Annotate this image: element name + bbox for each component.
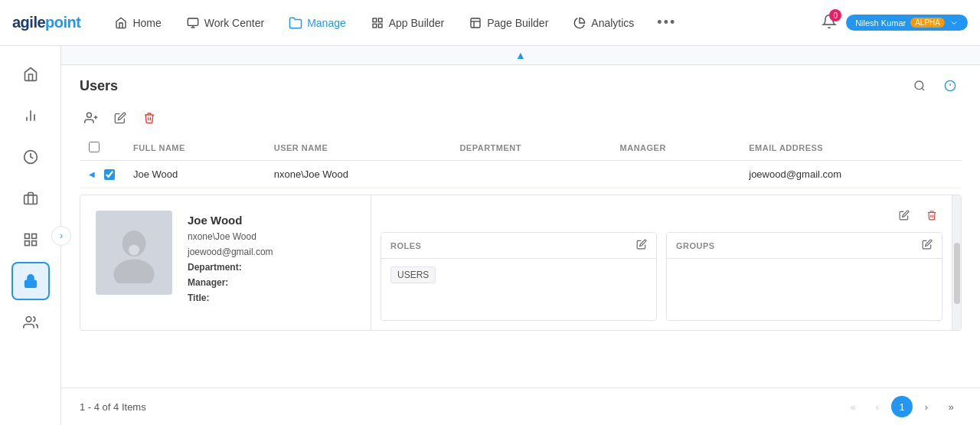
- edit-button[interactable]: [109, 106, 132, 129]
- groups-edit-button[interactable]: [922, 239, 933, 252]
- svg-rect-7: [471, 18, 480, 28]
- users-header: Users: [61, 65, 980, 103]
- users-table: FULL NAME USER NAME DEPARTMENT MANAGER E…: [61, 136, 980, 188]
- apps-icon: [23, 232, 38, 247]
- avatar-image: [107, 222, 161, 283]
- svg-point-30: [113, 259, 154, 283]
- logo-text: agilepoint: [12, 14, 80, 31]
- users-title: Users: [80, 78, 118, 94]
- role-tag: USERS: [390, 266, 436, 283]
- main-content: ▲ Users: [61, 46, 980, 425]
- chevron-up-icon: ▲: [515, 49, 526, 61]
- info-icon: [944, 80, 956, 92]
- detail-user-name: Joe Wood: [188, 214, 273, 227]
- roles-edit-button[interactable]: [636, 239, 647, 252]
- next-page-button[interactable]: ›: [916, 396, 937, 417]
- page-1-button[interactable]: 1: [891, 396, 913, 417]
- detail-delete-button[interactable]: [921, 204, 942, 226]
- roles-label: ROLES: [390, 241, 421, 250]
- scrollbar-thumb: [954, 243, 960, 304]
- nav-manage[interactable]: Manage: [278, 10, 357, 36]
- col-department: DEPARTMENT: [450, 136, 610, 161]
- pagination-bar: 1 - 4 of 4 Items « ‹ 1 › »: [61, 387, 980, 425]
- select-all-checkbox[interactable]: [89, 142, 100, 152]
- svg-point-20: [26, 317, 31, 322]
- page-icon: [469, 16, 482, 30]
- row-checkbox[interactable]: [104, 169, 115, 180]
- sidebar-item-briefcase[interactable]: [11, 179, 50, 217]
- scrollbar-area[interactable]: [952, 195, 961, 330]
- svg-rect-4: [378, 18, 382, 22]
- row-department: [450, 161, 610, 188]
- edit-icon: [899, 210, 910, 221]
- panels-row: ROLES USERS GROUPS: [381, 232, 942, 321]
- sidebar-toggle[interactable]: ›: [51, 226, 71, 246]
- notification-badge: 0: [829, 9, 841, 21]
- groups-edit-icon: [922, 239, 933, 250]
- grid-icon: [371, 16, 384, 30]
- expand-icon[interactable]: ◀: [89, 170, 101, 178]
- prev-page-button[interactable]: ‹: [867, 396, 888, 417]
- svg-rect-5: [373, 24, 377, 28]
- nav-work-center[interactable]: Work Center: [175, 10, 275, 36]
- toolbar: [61, 103, 980, 136]
- svg-point-21: [915, 81, 923, 90]
- bar-chart-icon: [23, 108, 38, 123]
- col-username: USER NAME: [265, 136, 451, 161]
- sidebar-item-clock[interactable]: [11, 138, 50, 176]
- groups-panel-body: [667, 259, 942, 320]
- header-actions: [908, 74, 962, 97]
- svg-rect-0: [188, 18, 198, 25]
- row-expand-cell: ◀: [80, 161, 124, 188]
- detail-actions: [381, 204, 942, 226]
- user-badge: ALPHA: [910, 18, 945, 28]
- search-button[interactable]: [908, 74, 931, 97]
- row-fullname: Joe Wood: [124, 161, 265, 188]
- chevron-down-icon: [949, 18, 959, 28]
- row-manager: [611, 161, 740, 188]
- last-page-button[interactable]: »: [940, 396, 962, 417]
- col-manager: MANAGER: [611, 136, 740, 161]
- detail-panel: Joe Wood nxone\Joe Wood joewood@gmail.co…: [80, 195, 962, 331]
- sidebar-item-apps[interactable]: [11, 221, 50, 259]
- delete-button[interactable]: [138, 106, 161, 129]
- svg-rect-14: [24, 195, 37, 204]
- row-username: nxone\Joe Wood: [265, 161, 451, 188]
- briefcase-icon: [23, 191, 38, 206]
- svg-rect-18: [31, 241, 36, 246]
- first-page-button[interactable]: «: [842, 396, 864, 417]
- pagination-controls: « ‹ 1 › »: [842, 396, 962, 417]
- user-menu-button[interactable]: Nilesh Kumar ALPHA: [846, 15, 968, 31]
- collapse-bar[interactable]: ▲: [61, 46, 980, 65]
- logo: agilepoint: [12, 14, 80, 31]
- table-row: ◀ Joe Wood nxone\Joe Wood joewood@gmail.…: [80, 161, 962, 188]
- nav-page-builder[interactable]: Page Builder: [458, 10, 559, 36]
- search-icon: [913, 80, 926, 92]
- nav-home[interactable]: Home: [103, 10, 172, 36]
- svg-rect-15: [24, 234, 29, 239]
- groups-panel-header: GROUPS: [667, 233, 942, 259]
- sidebar-item-chart[interactable]: [11, 96, 50, 135]
- notification-button[interactable]: 0: [822, 14, 837, 31]
- detail-edit-button[interactable]: [893, 204, 915, 226]
- svg-rect-6: [378, 24, 382, 28]
- svg-rect-16: [31, 234, 36, 239]
- nav-app-builder[interactable]: App Builder: [360, 10, 455, 36]
- nav-more[interactable]: •••: [648, 8, 685, 37]
- monitor-icon: [186, 16, 200, 30]
- detail-left: Joe Wood nxone\Joe Wood joewood@gmail.co…: [80, 195, 371, 330]
- sidebar-item-security[interactable]: [11, 262, 50, 300]
- edit-icon: [114, 112, 126, 124]
- select-all-header: [80, 136, 124, 161]
- roles-panel-body: USERS: [381, 259, 656, 320]
- detail-manager: Manager:: [188, 277, 273, 288]
- add-user-button[interactable]: [80, 106, 103, 129]
- detail-title: Title:: [188, 293, 273, 303]
- info-button[interactable]: [939, 74, 962, 97]
- nav-items: Home Work Center Manage App Builder Page…: [103, 8, 822, 37]
- sidebar-item-users-group[interactable]: [11, 303, 50, 342]
- nav-analytics[interactable]: Analytics: [562, 10, 645, 36]
- sidebar-item-home[interactable]: [11, 55, 50, 93]
- svg-rect-3: [373, 18, 377, 22]
- home-icon: [114, 16, 128, 30]
